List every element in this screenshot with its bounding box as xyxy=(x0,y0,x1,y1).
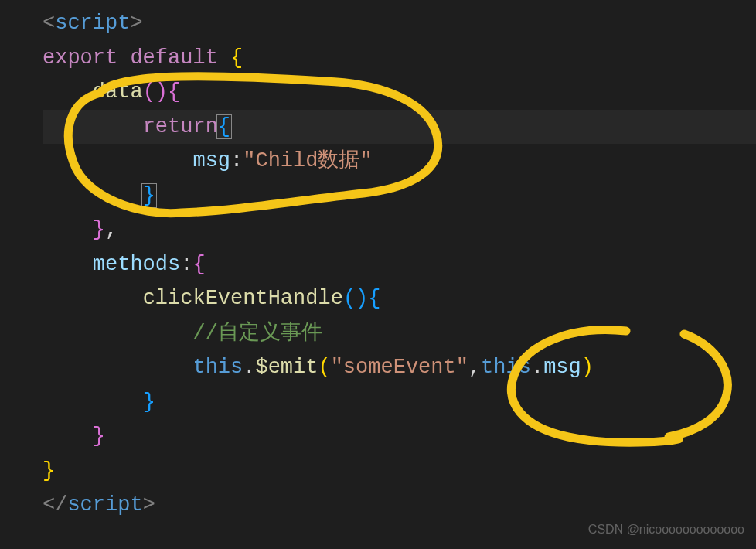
code-line: <script> xyxy=(43,6,756,41)
keyword-this: this xyxy=(192,356,243,379)
keyword-this: this xyxy=(481,356,531,379)
tag-close: > xyxy=(143,493,155,517)
code-line: //自定义事件 xyxy=(43,316,756,351)
code-line: </script> xyxy=(43,488,756,523)
string-event: "someEvent" xyxy=(331,356,468,379)
comma: , xyxy=(468,356,481,379)
parens: () xyxy=(143,80,168,104)
brace: { xyxy=(168,80,180,104)
prop-msg: msg xyxy=(543,356,581,379)
tag-name: script xyxy=(55,12,130,35)
keyword-default: default xyxy=(130,46,217,70)
prop-methods: methods xyxy=(93,253,180,276)
paren: ( xyxy=(318,356,330,379)
code-line: } xyxy=(43,179,756,213)
code-line: }, xyxy=(43,213,756,247)
code-block: <script> export default { data(){ return… xyxy=(0,6,756,523)
keyword-return: return xyxy=(143,115,218,138)
code-line: msg:"Child数据" xyxy=(43,144,756,179)
tag-open: </ xyxy=(43,493,67,517)
string-value: "Child数据" xyxy=(243,149,372,172)
brace: } xyxy=(43,459,55,483)
code-line: clickEventHandle(){ xyxy=(43,281,756,316)
brace: } xyxy=(93,425,105,448)
brace: { xyxy=(368,287,380,310)
colon: : xyxy=(180,253,192,276)
prop-msg: msg xyxy=(192,149,230,172)
code-line: } xyxy=(43,454,756,489)
dot: . xyxy=(531,356,543,379)
func-emit: $emit xyxy=(255,356,318,379)
comment: //自定义事件 xyxy=(192,322,322,345)
brace-matched: { xyxy=(216,114,232,139)
code-line: export default { xyxy=(43,41,756,76)
code-line-active: return{ xyxy=(43,110,756,145)
dot: . xyxy=(243,356,255,379)
comma: , xyxy=(105,218,117,241)
tag-name: script xyxy=(67,493,142,517)
watermark: CSDN @nicooooooooooooo xyxy=(588,520,744,540)
func-data: data xyxy=(93,80,143,104)
code-line: data(){ xyxy=(43,75,756,110)
code-line: } xyxy=(43,419,756,454)
parens: () xyxy=(343,287,368,310)
tag-open: < xyxy=(43,12,55,35)
code-line: this.$emit("someEvent",this.msg) xyxy=(43,350,756,385)
colon: : xyxy=(230,149,243,172)
code-line: } xyxy=(43,385,756,420)
brace-matched: } xyxy=(141,183,157,208)
brace: { xyxy=(192,253,205,276)
keyword-export: export xyxy=(43,46,117,70)
tag-close: > xyxy=(130,12,142,35)
brace: { xyxy=(218,46,243,70)
code-line: methods:{ xyxy=(43,247,756,282)
brace: } xyxy=(93,218,105,241)
func-handler: clickEventHandle xyxy=(143,287,343,310)
paren: ) xyxy=(581,356,594,379)
brace: } xyxy=(143,390,155,414)
